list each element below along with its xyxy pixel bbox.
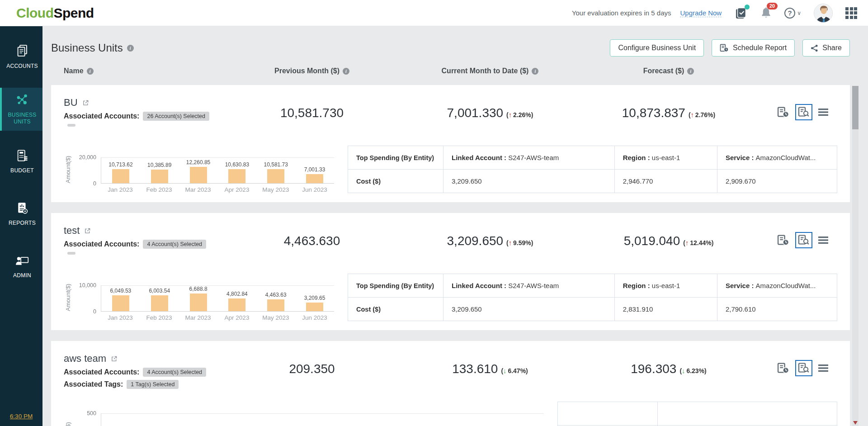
- chart-y-ticks: 20,0000: [72, 150, 101, 184]
- x-axis-tick-label: Apr 2023: [217, 186, 256, 193]
- trend-down-arrow-icon: ↓: [682, 367, 685, 374]
- spend-bar-chart: Amount($) 10,0000 6,049.536,003.546,688.…: [64, 278, 334, 321]
- top-spending-cost-row: Cost ($)3,209.6502,831.9102,790.610: [348, 298, 837, 321]
- bar: [228, 298, 245, 311]
- tasks-status-dot: [745, 5, 750, 9]
- x-axis-tick-label: May 2023: [256, 186, 295, 193]
- upgrade-now-link[interactable]: Upgrade Now: [680, 9, 722, 17]
- associated-accounts-label: Associated Accounts:: [64, 368, 139, 376]
- sidebar-item-label: REPORTS: [9, 220, 36, 227]
- bar-slot: 12,260.85: [179, 157, 218, 183]
- associated-tags-row: [64, 124, 236, 127]
- sidebar-item-admin[interactable]: ADMIN: [0, 245, 42, 288]
- vertical-scrollbar[interactable]: [852, 86, 859, 426]
- bar-value-label: 4,802.84: [226, 291, 248, 297]
- cost-details-icon[interactable]: [795, 104, 812, 120]
- scrollbar-thumb[interactable]: [852, 86, 859, 129]
- chart-plot-area: 6,049.536,003.546,688.84,802.844,463.633…: [101, 285, 334, 312]
- sidebar-time[interactable]: 6:30 PM: [0, 413, 42, 420]
- sidebar-item-budget[interactable]: BUDGET: [0, 140, 42, 183]
- chart-y-axis-label: ($): [64, 406, 72, 426]
- tags-selected-badge[interactable]: 1 Tag(s) Selected: [127, 380, 179, 389]
- schedule-report-button[interactable]: Schedule Report: [712, 39, 795, 57]
- chart-x-axis-labels: Jan 2023Feb 2023Mar 2023Apr 2023May 2023…: [101, 314, 334, 321]
- bar-value-label: 6,003.54: [149, 288, 170, 294]
- top-spending-title-cell: Top Spending (By Entity): [348, 274, 443, 298]
- bar: [112, 295, 129, 311]
- bar: [228, 169, 245, 183]
- tasks-checklist-icon[interactable]: [734, 6, 748, 20]
- associated-accounts-row: Associated Accounts: 4 Account(s) Select…: [64, 368, 236, 377]
- sidebar-item-reports[interactable]: REPORTS: [0, 193, 42, 236]
- x-axis-tick-label: Mar 2023: [179, 314, 217, 321]
- bar-value-label: 4,463.63: [265, 292, 287, 298]
- tags-selected-badge[interactable]: [67, 252, 75, 255]
- x-axis-tick-label: Jan 2023: [101, 186, 140, 193]
- top-spending-header-row: Top Spending (By Entity)Linked Account :…: [348, 274, 837, 298]
- share-button[interactable]: Share: [802, 39, 850, 57]
- sidebar-item-accounts[interactable]: ACCOUNTS: [0, 35, 42, 78]
- schedule-report-icon[interactable]: [777, 235, 789, 246]
- associated-accounts-row: Associated Accounts: 4 Account(s) Select…: [64, 240, 236, 249]
- accounts-selected-badge[interactable]: 4 Account(s) Selected: [143, 240, 206, 249]
- info-icon[interactable]: i: [532, 68, 538, 75]
- bar: [306, 303, 323, 311]
- configure-business-unit-button[interactable]: Configure Business Unit: [610, 39, 704, 57]
- open-business-unit-icon[interactable]: [84, 227, 91, 234]
- bar-slot: 10,581.73: [256, 157, 295, 183]
- column-name: Namei: [51, 67, 236, 75]
- cost-details-icon[interactable]: [795, 232, 812, 248]
- info-icon[interactable]: i: [687, 68, 694, 75]
- cards-container: BU Associated Accounts: 26 Account(s) Se…: [51, 85, 850, 426]
- schedule-report-icon[interactable]: [777, 363, 789, 374]
- row-menu-icon[interactable]: [818, 236, 828, 244]
- entity-header-cell: Region : us-east-1: [614, 146, 717, 170]
- open-business-unit-icon[interactable]: [82, 99, 89, 106]
- trend-up-arrow-icon: ↑: [509, 111, 512, 118]
- business-unit-name: BU: [64, 97, 78, 109]
- top-spending-table: [557, 402, 837, 426]
- business-unit-card: test Associated Accounts: 4 Account(s) S…: [51, 213, 850, 330]
- bar: [112, 169, 129, 183]
- business-unit-card: aws team Associated Accounts: 4 Account(…: [51, 341, 850, 426]
- info-icon[interactable]: i: [87, 68, 94, 75]
- accounts-selected-badge[interactable]: 26 Account(s) Selected: [143, 112, 209, 121]
- bar-slot: 7,001.33: [295, 157, 334, 183]
- bar: [190, 293, 207, 311]
- chart-plot-area: [101, 413, 544, 426]
- topbar: CloudSpend Your evaluation expires in 5 …: [0, 0, 868, 26]
- forecast-value: 10,873.837(↑ 2.76%): [593, 106, 745, 120]
- row-menu-icon[interactable]: [818, 108, 828, 116]
- previous-month-value: 4,463.630: [236, 234, 387, 248]
- entity-cost-cell: 2,790.610: [717, 298, 837, 321]
- info-icon[interactable]: i: [127, 45, 134, 52]
- open-business-unit-icon[interactable]: [111, 355, 118, 362]
- top-spending-header-row: Top Spending (By Entity)Linked Account :…: [348, 146, 837, 170]
- bar-slot: 6,688.8: [179, 285, 218, 311]
- user-avatar[interactable]: [814, 4, 833, 23]
- associated-accounts-label: Associated Accounts:: [64, 112, 139, 120]
- sidebar-item-business-units[interactable]: BUSINESS UNITS: [0, 88, 42, 131]
- row-menu-icon[interactable]: [818, 364, 828, 372]
- table-column-headers: Namei Previous Month ($)i Current Month …: [51, 63, 850, 79]
- x-axis-tick-label: Mar 2023: [179, 186, 217, 193]
- evaluation-expiry-text: Your evaluation expires in 5 days: [572, 9, 671, 17]
- column-forecast: Forecast ($)i: [593, 67, 745, 75]
- sidebar-item-label: BUSINESS UNITS: [2, 112, 42, 126]
- chart-y-axis-label: Amount($): [64, 150, 72, 189]
- sidebar-item-label: ADMIN: [13, 272, 31, 279]
- cloudspend-logo[interactable]: CloudSpend: [16, 5, 94, 21]
- apps-grid-icon[interactable]: [845, 7, 857, 19]
- top-spending-table: Top Spending (By Entity)Linked Account :…: [348, 274, 837, 321]
- scrollbar-down-arrow[interactable]: [853, 421, 858, 425]
- info-icon[interactable]: i: [343, 68, 349, 75]
- help-icon[interactable]: ? ∨: [784, 8, 801, 19]
- notifications-bell-icon[interactable]: 20: [760, 7, 772, 19]
- bar-value-label: 7,001.33: [304, 166, 326, 173]
- business-unit-card: BU Associated Accounts: 26 Account(s) Se…: [51, 85, 850, 202]
- previous-month-value: 209.350: [236, 362, 387, 376]
- cost-details-icon[interactable]: [795, 360, 812, 376]
- tags-selected-badge[interactable]: [67, 124, 75, 127]
- schedule-report-icon[interactable]: [777, 107, 789, 118]
- accounts-selected-badge[interactable]: 4 Account(s) Selected: [143, 368, 206, 377]
